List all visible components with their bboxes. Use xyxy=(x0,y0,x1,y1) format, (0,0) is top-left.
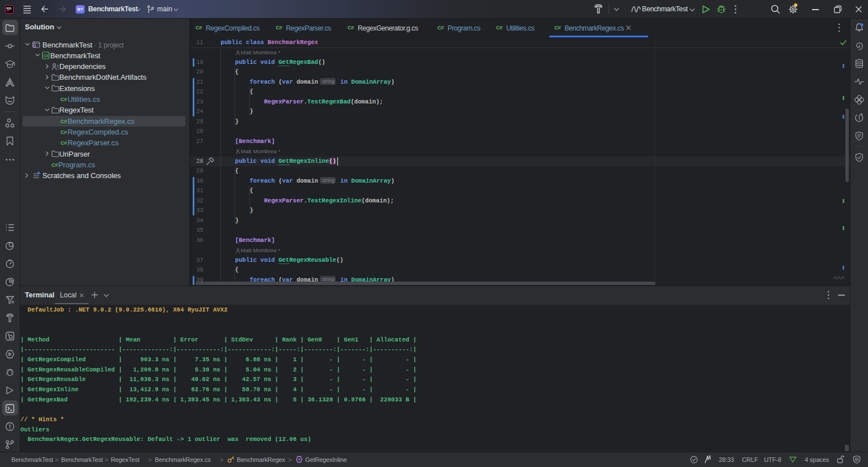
svg-text:C#: C# xyxy=(44,54,49,58)
